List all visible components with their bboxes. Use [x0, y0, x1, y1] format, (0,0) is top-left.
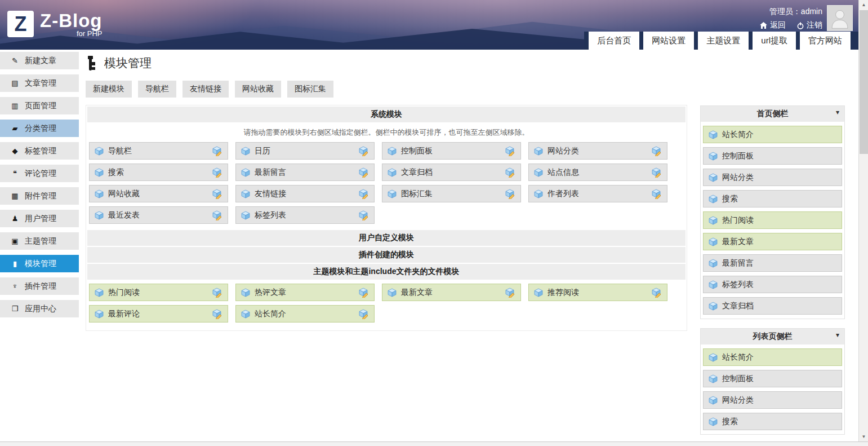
module-item[interactable]: 标签列表: [235, 206, 375, 224]
sidebar-module-item[interactable]: 站长简介: [703, 126, 842, 143]
nav-tab[interactable]: 后台首页: [589, 32, 639, 50]
edit-module-icon[interactable]: [212, 189, 222, 199]
edit-module-icon[interactable]: [359, 167, 369, 178]
module-label: 最新留言: [255, 167, 359, 178]
edit-module-icon[interactable]: [212, 146, 222, 156]
sidebar-item[interactable]: ✎ 新建文章: [0, 52, 79, 69]
edit-module-icon[interactable]: [212, 210, 222, 220]
module-item[interactable]: 最新留言: [235, 164, 375, 181]
theme-module-item[interactable]: 热评文章: [235, 284, 375, 301]
module-cube-icon: [388, 147, 397, 156]
nav-tab[interactable]: url提取: [753, 32, 796, 50]
module-label: 推荐阅读: [547, 288, 652, 298]
logout-link[interactable]: 注销: [797, 20, 822, 30]
sidebar-module-item[interactable]: 网站分类: [703, 391, 842, 409]
sidebar-item[interactable]: ♟ 用户管理: [0, 210, 79, 227]
nav-tab[interactable]: 主题设置: [698, 32, 749, 50]
theme-module-item[interactable]: 最新评论: [89, 305, 228, 323]
theme-module-item[interactable]: 最新文章: [382, 284, 521, 301]
module-item[interactable]: 日历: [235, 142, 375, 160]
edit-module-icon[interactable]: [652, 146, 662, 156]
edit-module-icon[interactable]: [359, 210, 369, 220]
scroll-up-arrow-icon[interactable]: ▲: [859, 0, 868, 10]
edit-module-icon[interactable]: [505, 288, 515, 298]
avatar[interactable]: [827, 5, 853, 31]
sidebar-item[interactable]: ▮ 模块管理: [0, 255, 79, 272]
module-item[interactable]: 控制面板: [382, 142, 521, 160]
module-cube-icon: [534, 189, 543, 198]
sidebar-item[interactable]: ▰ 分类管理: [0, 120, 79, 137]
edit-module-icon[interactable]: [652, 167, 662, 178]
edit-module-icon[interactable]: [505, 167, 515, 178]
edit-module-icon[interactable]: [212, 167, 222, 178]
vertical-scrollbar[interactable]: ▲ ▼: [858, 0, 868, 441]
module-item[interactable]: 图标汇集: [382, 185, 521, 202]
sidebar-module-item[interactable]: 控制面板: [703, 370, 842, 387]
module-item[interactable]: 导航栏: [89, 142, 228, 160]
module-item[interactable]: 站点信息: [528, 164, 667, 181]
module-cube-icon: [709, 259, 718, 268]
sidebar-module-item[interactable]: 网站分类: [703, 169, 842, 186]
sidebar-module-item[interactable]: 文章归档: [703, 297, 842, 315]
module-item[interactable]: 最近发表: [89, 206, 228, 224]
module-item[interactable]: 作者列表: [528, 185, 667, 202]
theme-module-item[interactable]: 推荐阅读: [528, 284, 667, 301]
toolbar-button[interactable]: 友情链接: [182, 81, 229, 98]
sidebar-module-item[interactable]: 最新文章: [703, 233, 842, 250]
module-cube-icon: [709, 302, 718, 311]
panel-header-home-sidebar[interactable]: 首页侧栏 ▾: [701, 106, 844, 122]
site-header: Z Z-Blog for PHP 管理员：admin 返回 注销: [0, 0, 858, 50]
module-label: 日历: [255, 146, 359, 156]
theme-module-item[interactable]: 热门阅读: [89, 284, 228, 301]
sidebar-item[interactable]: ◆ 标签管理: [0, 142, 79, 160]
sidebar-module-item[interactable]: 控制面板: [703, 147, 842, 165]
sidebar-module-item[interactable]: 搜索: [703, 190, 842, 207]
edit-module-icon[interactable]: [505, 189, 515, 199]
zblog-logo[interactable]: Z Z-Blog for PHP: [7, 11, 102, 38]
toolbar-button[interactable]: 图标汇集: [287, 81, 333, 98]
module-item[interactable]: 文章归档: [382, 164, 521, 181]
article-icon: ▤: [11, 79, 19, 87]
back-link[interactable]: 返回: [760, 20, 786, 30]
panel-header-list-sidebar[interactable]: 列表页侧栏 ▾: [701, 329, 844, 345]
toolbar-button[interactable]: 网站收藏: [235, 81, 281, 98]
sidebar-item[interactable]: ▥ 页面管理: [0, 97, 79, 114]
theme-module-item[interactable]: 站长简介: [235, 305, 375, 323]
sidebar-item[interactable]: ❝ 评论管理: [0, 165, 79, 182]
sidebar-item[interactable]: ▦ 附件管理: [0, 187, 79, 205]
sidebar-module-item[interactable]: 标签列表: [703, 276, 842, 293]
sidebar-item[interactable]: ♆ 插件管理: [0, 277, 79, 295]
module-item[interactable]: 网站收藏: [89, 185, 228, 202]
scrollbar-thumb[interactable]: [860, 10, 868, 154]
scroll-down-arrow-icon[interactable]: ▼: [859, 432, 868, 441]
edit-module-icon[interactable]: [212, 288, 222, 298]
edit-module-icon[interactable]: [359, 288, 369, 298]
sidebar-module-item[interactable]: 热门阅读: [703, 211, 842, 229]
module-cube-icon: [534, 147, 543, 156]
panel-title: 列表页侧栏: [753, 332, 793, 341]
home-sidebar-items: 站长简介 控制面板 网站: [701, 126, 844, 315]
sidebar-module-item[interactable]: 最新留言: [703, 254, 842, 272]
sidebar-item[interactable]: ▣ 主题管理: [0, 232, 79, 250]
sidebar-item[interactable]: ▤ 文章管理: [0, 74, 79, 92]
nav-tab[interactable]: 网站设置: [643, 32, 694, 50]
edit-module-icon[interactable]: [505, 146, 515, 156]
sidebar-item-label: 分类管理: [25, 123, 56, 134]
edit-module-icon[interactable]: [359, 189, 369, 199]
sidebar-module-item[interactable]: 站长简介: [703, 348, 842, 366]
module-item[interactable]: 搜索: [89, 164, 228, 181]
edit-module-icon[interactable]: [652, 189, 662, 199]
nav-tab[interactable]: 官方网站: [800, 32, 851, 50]
module-label: 搜索: [108, 167, 212, 178]
toolbar-button[interactable]: 新建模块: [86, 81, 132, 98]
module-item[interactable]: 网站分类: [528, 142, 667, 160]
edit-module-icon[interactable]: [359, 146, 369, 156]
sidebar-item[interactable]: ❒ 应用中心: [0, 300, 79, 317]
sidebar-module-item[interactable]: 搜索: [703, 413, 842, 430]
attachment-icon: ▦: [11, 192, 19, 200]
module-item[interactable]: 友情链接: [235, 185, 375, 202]
edit-module-icon[interactable]: [359, 309, 369, 319]
edit-module-icon[interactable]: [652, 288, 662, 298]
edit-module-icon[interactable]: [212, 309, 222, 319]
toolbar-button[interactable]: 导航栏: [138, 81, 176, 98]
